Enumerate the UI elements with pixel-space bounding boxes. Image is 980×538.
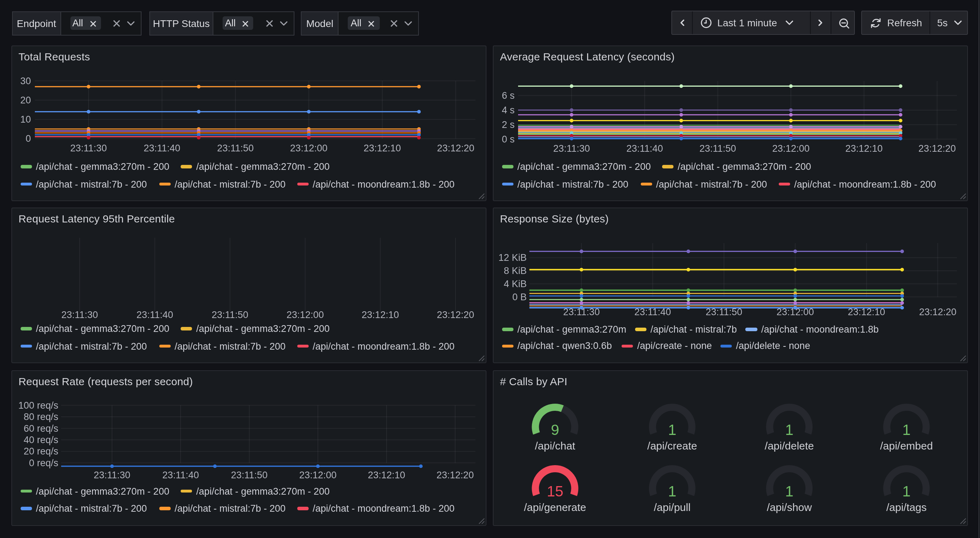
- svg-text:23:11:30: 23:11:30: [553, 143, 590, 154]
- svg-text:9: 9: [551, 421, 559, 438]
- svg-text:1: 1: [668, 482, 676, 499]
- svg-text:23:11:30: 23:11:30: [61, 309, 98, 320]
- svg-text:6 s: 6 s: [502, 90, 514, 101]
- svg-text:80 req/s: 80 req/s: [24, 411, 58, 422]
- svg-text:23:11:50: 23:11:50: [700, 143, 736, 154]
- svg-text:15: 15: [547, 482, 563, 499]
- svg-text:10: 10: [20, 114, 31, 125]
- svg-text:0 B: 0 B: [512, 292, 527, 302]
- svg-text:4 s: 4 s: [502, 105, 514, 116]
- svg-text:/api/delete: /api/delete: [765, 440, 814, 451]
- svg-text:23:12:00: 23:12:00: [772, 143, 810, 154]
- svg-text:23:12:10: 23:12:10: [368, 470, 405, 480]
- svg-text:1: 1: [668, 421, 676, 438]
- svg-text:23:12:20: 23:12:20: [919, 307, 956, 317]
- svg-text:23:12:10: 23:12:10: [845, 143, 883, 154]
- svg-text:23:11:50: 23:11:50: [212, 309, 248, 320]
- svg-text:/api/create: /api/create: [647, 440, 697, 451]
- svg-text:/api/show: /api/show: [767, 501, 812, 513]
- svg-text:8 KiB: 8 KiB: [504, 265, 527, 276]
- svg-text:23:12:00: 23:12:00: [290, 143, 328, 154]
- svg-text:23:12:00: 23:12:00: [299, 470, 336, 480]
- svg-text:23:11:40: 23:11:40: [626, 143, 663, 154]
- svg-text:23:12:10: 23:12:10: [363, 143, 401, 154]
- svg-text:30: 30: [20, 76, 31, 86]
- svg-text:0 req/s: 0 req/s: [29, 457, 58, 468]
- svg-text:23:11:40: 23:11:40: [137, 309, 173, 320]
- svg-text:2 s: 2 s: [502, 119, 514, 130]
- svg-text:23:12:20: 23:12:20: [437, 309, 474, 320]
- svg-text:/api/embed: /api/embed: [880, 440, 933, 451]
- svg-text:20: 20: [20, 95, 31, 106]
- svg-text:40 req/s: 40 req/s: [24, 434, 58, 445]
- svg-text:60 req/s: 60 req/s: [24, 423, 58, 433]
- svg-text:0 s: 0 s: [502, 134, 514, 144]
- svg-text:/api/tags: /api/tags: [886, 501, 926, 513]
- svg-text:23:12:00: 23:12:00: [286, 309, 324, 320]
- svg-text:4 KiB: 4 KiB: [504, 279, 527, 289]
- svg-text:/api/chat: /api/chat: [535, 440, 575, 451]
- svg-text:12 KiB: 12 KiB: [498, 252, 527, 263]
- svg-text:1: 1: [902, 482, 911, 499]
- svg-text:23:12:10: 23:12:10: [362, 309, 399, 320]
- svg-text:/api/pull: /api/pull: [654, 501, 690, 513]
- svg-text:23:12:20: 23:12:20: [437, 143, 474, 154]
- svg-text:1: 1: [785, 482, 793, 499]
- svg-text:23:11:40: 23:11:40: [162, 470, 199, 480]
- svg-text:/api/generate: /api/generate: [524, 501, 586, 513]
- svg-text:0: 0: [25, 133, 31, 144]
- svg-text:23:11:30: 23:11:30: [70, 143, 107, 154]
- svg-text:23:12:20: 23:12:20: [918, 143, 956, 154]
- svg-text:23:11:50: 23:11:50: [231, 470, 267, 480]
- svg-text:23:11:50: 23:11:50: [217, 143, 253, 154]
- svg-text:100 req/s: 100 req/s: [18, 400, 58, 410]
- svg-text:20 req/s: 20 req/s: [24, 446, 58, 456]
- svg-text:1: 1: [785, 421, 793, 438]
- svg-text:23:11:40: 23:11:40: [144, 143, 180, 154]
- svg-text:23:12:20: 23:12:20: [436, 470, 474, 480]
- svg-text:23:11:30: 23:11:30: [94, 470, 130, 480]
- svg-text:1: 1: [902, 421, 911, 438]
